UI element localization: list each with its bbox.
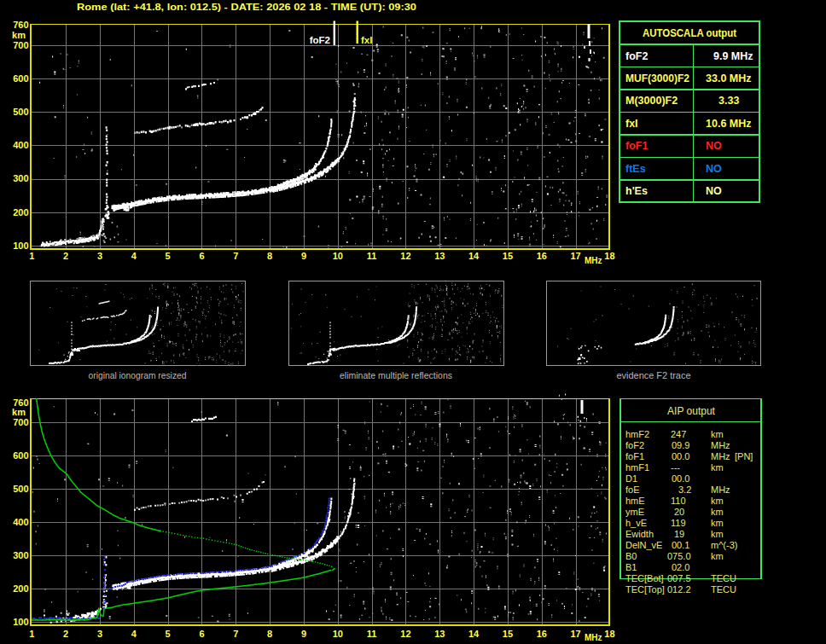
svg-text:km: km	[711, 507, 724, 517]
svg-text:13: 13	[434, 251, 445, 261]
svg-text:MHz: MHz	[711, 440, 730, 450]
svg-text:km: km	[711, 496, 724, 506]
svg-text:B1: B1	[625, 562, 637, 572]
svg-text:5: 5	[166, 629, 171, 639]
svg-text:TEC[Top]: TEC[Top]	[625, 584, 665, 595]
svg-text:eliminate multiple reflections: eliminate multiple reflections	[340, 370, 452, 380]
svg-text:AUTOSCALA output: AUTOSCALA output	[643, 27, 737, 39]
svg-text:1: 1	[29, 629, 34, 639]
svg-text:300: 300	[13, 173, 28, 183]
svg-text:110: 110	[671, 496, 686, 506]
svg-text:B0: B0	[625, 551, 637, 561]
svg-text:600: 600	[13, 450, 28, 461]
svg-text:2: 2	[63, 251, 68, 261]
svg-text:9: 9	[301, 251, 306, 261]
svg-text:300: 300	[13, 550, 28, 560]
svg-text:8: 8	[267, 251, 272, 261]
svg-text:100: 100	[13, 241, 28, 251]
svg-text:20: 20	[674, 507, 684, 517]
svg-text:3.33: 3.33	[718, 95, 739, 107]
svg-text:3.2: 3.2	[678, 484, 691, 495]
svg-text:MUF(3000)F2: MUF(3000)F2	[625, 73, 689, 84]
svg-text:MHz: MHz	[711, 484, 730, 495]
svg-text:evidence F2 trace: evidence F2 trace	[617, 370, 691, 380]
svg-text:17: 17	[570, 251, 580, 261]
svg-text:km: km	[711, 551, 724, 561]
svg-text:6: 6	[199, 629, 204, 639]
svg-text:00.1: 00.1	[672, 540, 689, 550]
svg-text:600: 600	[13, 73, 28, 84]
svg-text:200: 200	[13, 583, 28, 594]
svg-text:18: 18	[604, 629, 614, 639]
svg-text:500: 500	[13, 107, 28, 117]
svg-text:14: 14	[468, 629, 480, 639]
svg-text:09.9: 09.9	[672, 440, 689, 450]
svg-text:247: 247	[671, 429, 686, 439]
svg-text:km: km	[711, 518, 724, 528]
svg-text:119: 119	[671, 518, 686, 528]
svg-text:18: 18	[604, 251, 614, 261]
svg-text:D1: D1	[625, 473, 637, 484]
svg-text:15: 15	[503, 629, 513, 639]
svg-text:33.0 MHz: 33.0 MHz	[706, 73, 752, 84]
svg-text:Ewidth: Ewidth	[625, 529, 654, 539]
svg-text:AIP output: AIP output	[667, 405, 715, 417]
svg-text:007.5: 007.5	[667, 573, 691, 583]
svg-text:ftEs: ftEs	[625, 163, 646, 175]
svg-text:11: 11	[367, 629, 377, 639]
svg-text:km: km	[711, 429, 724, 439]
svg-text:6: 6	[199, 251, 204, 261]
svg-text:12: 12	[400, 629, 410, 639]
svg-text:---: ---	[671, 462, 680, 473]
svg-text:h_vE: h_vE	[625, 518, 647, 528]
svg-text:NO: NO	[706, 185, 722, 197]
svg-text:5: 5	[166, 251, 171, 261]
svg-text:km: km	[711, 529, 724, 539]
svg-text:15: 15	[503, 251, 513, 261]
svg-text:3: 3	[97, 251, 102, 261]
svg-text:[PN]: [PN]	[735, 451, 753, 461]
svg-text:400: 400	[13, 517, 28, 527]
svg-text:foF2: foF2	[625, 440, 644, 450]
svg-text:17: 17	[570, 629, 580, 639]
svg-text:foE: foE	[625, 484, 640, 495]
svg-text:foF1: foF1	[625, 140, 648, 152]
svg-text:hmF1: hmF1	[625, 462, 649, 473]
svg-text:700: 700	[13, 417, 28, 427]
svg-text:m^(-3): m^(-3)	[711, 540, 737, 550]
svg-text:16: 16	[537, 629, 547, 639]
svg-text:10.6 MHz: 10.6 MHz	[706, 118, 752, 130]
svg-text:Rome (lat: +41.8, lon: 012.5): Rome (lat: +41.8, lon: 012.5) - DATE: 20…	[77, 2, 416, 12]
svg-text:1: 1	[29, 251, 34, 261]
svg-text:400: 400	[13, 140, 28, 150]
svg-text:NO: NO	[706, 163, 722, 175]
svg-text:075.0: 075.0	[667, 551, 691, 561]
svg-text:MHz: MHz	[585, 633, 602, 642]
svg-text:km: km	[12, 30, 26, 40]
svg-text:9.9 MHz: 9.9 MHz	[713, 50, 753, 62]
svg-text:km: km	[12, 407, 26, 417]
svg-text:4: 4	[131, 251, 137, 261]
svg-text:MHz: MHz	[711, 451, 730, 461]
svg-text:14: 14	[468, 251, 480, 261]
svg-text:ymE: ymE	[625, 507, 644, 517]
svg-text:TEC[Bot]: TEC[Bot]	[625, 573, 664, 583]
svg-text:MHz: MHz	[585, 256, 602, 265]
svg-text:7: 7	[233, 629, 238, 639]
svg-text:10: 10	[333, 629, 343, 639]
svg-text:foF1: foF1	[625, 451, 644, 461]
svg-text:200: 200	[13, 207, 28, 218]
svg-text:foF2: foF2	[625, 50, 648, 62]
svg-text:11: 11	[367, 251, 377, 261]
svg-text:DelN_vE: DelN_vE	[625, 540, 662, 550]
svg-text:TECU: TECU	[711, 584, 736, 595]
svg-text:fxI: fxI	[361, 35, 372, 45]
svg-text:foF2: foF2	[310, 35, 330, 45]
svg-text:original ionogram resized: original ionogram resized	[89, 370, 187, 380]
svg-text:00.0: 00.0	[672, 473, 689, 484]
svg-text:00.0: 00.0	[672, 451, 689, 461]
svg-text:TECU: TECU	[711, 573, 736, 583]
svg-text:8: 8	[267, 629, 272, 639]
svg-text:3: 3	[97, 629, 102, 639]
svg-text:h'Es: h'Es	[625, 185, 648, 197]
